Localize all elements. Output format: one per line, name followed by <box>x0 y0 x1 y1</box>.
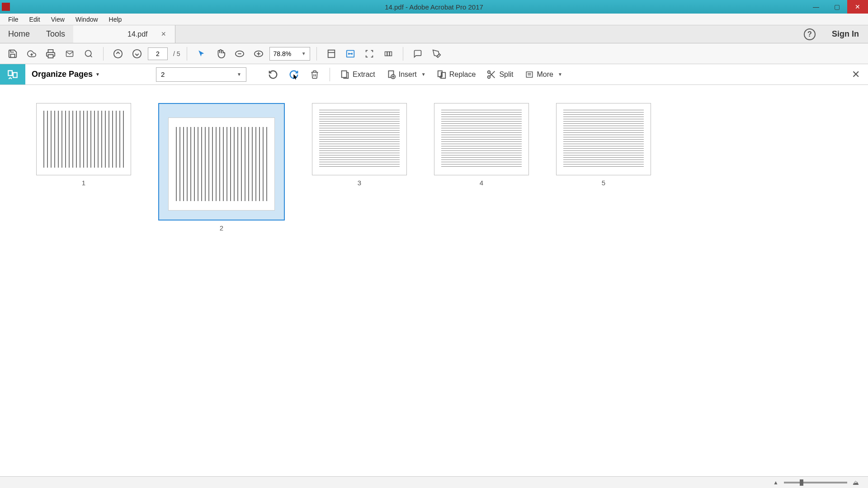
svg-point-24 <box>488 75 491 78</box>
menu-help[interactable]: Help <box>104 14 127 25</box>
chevron-down-icon: ▼ <box>95 72 100 77</box>
thumbnail-area: 12345 <box>0 85 868 250</box>
split-label: Split <box>499 70 513 79</box>
close-panel-icon[interactable]: ✕ <box>852 69 860 80</box>
more-icon <box>524 70 534 80</box>
minimize-button[interactable]: — <box>806 0 826 14</box>
zoom-out-small-icon[interactable]: ▲ <box>773 479 778 486</box>
svg-rect-16 <box>8 70 12 75</box>
document-tab-close-icon[interactable]: × <box>161 29 166 39</box>
status-bar: ▲ ⛰ <box>0 476 868 488</box>
menu-window[interactable]: Window <box>70 14 104 25</box>
tab-home[interactable]: Home <box>0 26 38 42</box>
cloud-icon[interactable] <box>24 46 40 61</box>
split-icon <box>486 70 496 80</box>
thumbnail-number: 4 <box>480 179 483 187</box>
extract-icon <box>340 70 350 80</box>
separator <box>103 47 104 61</box>
rotate-cw-button[interactable] <box>284 66 303 83</box>
maximize-button[interactable]: ▢ <box>826 0 847 14</box>
thumbnail-number: 2 <box>220 224 223 232</box>
page-range-select[interactable]: 2 ▼ <box>156 67 246 82</box>
document-tab[interactable]: 14.pdf × <box>73 25 175 43</box>
hand-tool-icon[interactable] <box>212 46 229 61</box>
thumbnail-number: 5 <box>602 179 605 187</box>
search-icon[interactable] <box>80 46 97 61</box>
page-range-value: 2 <box>161 70 165 78</box>
separator <box>330 68 330 81</box>
save-icon[interactable] <box>5 46 21 61</box>
page-thumbnail[interactable]: 4 <box>434 103 529 187</box>
extract-label: Extract <box>353 70 375 79</box>
fit-page-icon[interactable] <box>323 46 340 61</box>
svg-line-3 <box>90 55 92 57</box>
window-title: 14.pdf - Adobe Acrobat Pro 2017 <box>385 3 483 11</box>
tabbar: Home Tools 14.pdf × ? Sign In <box>0 25 868 43</box>
fit-width-icon[interactable] <box>342 46 359 61</box>
page-thumbnail[interactable]: 1 <box>36 103 131 187</box>
organize-pages-dropdown[interactable]: Organize Pages ▼ <box>27 70 104 79</box>
svg-point-4 <box>114 49 122 57</box>
thumbnail-number: 1 <box>82 179 85 187</box>
fit-visible-icon[interactable] <box>361 46 377 61</box>
comment-icon[interactable] <box>410 46 426 61</box>
page-thumbnail[interactable]: 3 <box>312 103 407 187</box>
chevron-down-icon: ▼ <box>302 51 306 56</box>
slider-handle[interactable] <box>800 479 803 486</box>
print-icon[interactable] <box>42 46 59 61</box>
read-mode-icon[interactable] <box>380 46 396 61</box>
cursor-tool-icon[interactable] <box>193 46 210 61</box>
organize-pages-icon[interactable] <box>0 64 25 84</box>
svg-point-2 <box>85 50 91 56</box>
zoom-in-small-icon[interactable]: ⛰ <box>853 479 859 486</box>
organize-toolbar: Organize Pages ▼ 2 ▼ Extract Insert ▼ Re… <box>0 64 868 85</box>
zoom-out-icon[interactable] <box>231 46 248 61</box>
sign-in-link[interactable]: Sign In <box>823 29 868 39</box>
svg-rect-13 <box>385 52 387 56</box>
svg-rect-14 <box>387 52 389 56</box>
help-icon[interactable]: ? <box>804 28 816 40</box>
svg-rect-0 <box>48 54 53 57</box>
page-number-input[interactable] <box>148 47 168 60</box>
page-total-label: / 5 <box>173 50 180 57</box>
rotate-cw-icon <box>289 70 299 80</box>
svg-rect-17 <box>13 72 17 77</box>
zoom-in-icon[interactable] <box>250 46 267 61</box>
close-button[interactable]: ✕ <box>847 0 868 14</box>
zoom-value: 78.8% <box>274 50 292 57</box>
window-controls: — ▢ ✕ <box>806 0 868 14</box>
menu-file[interactable]: File <box>3 14 24 25</box>
main-toolbar: / 5 78.8% ▼ <box>0 43 868 64</box>
thumbnail-zoom-slider[interactable] <box>784 482 847 483</box>
page-thumbnail[interactable]: 2 <box>158 103 285 232</box>
page-down-icon[interactable] <box>129 46 145 61</box>
menu-view[interactable]: View <box>46 14 70 25</box>
delete-button[interactable] <box>305 66 324 83</box>
chevron-down-icon: ▼ <box>237 72 241 77</box>
chevron-down-icon: ▼ <box>558 72 562 77</box>
replace-icon <box>437 70 447 80</box>
svg-rect-11 <box>328 50 335 57</box>
insert-button[interactable]: Insert ▼ <box>382 66 430 83</box>
replace-button[interactable]: Replace <box>432 66 481 83</box>
separator <box>187 47 187 61</box>
menu-edit[interactable]: Edit <box>24 14 46 25</box>
extract-button[interactable]: Extract <box>335 66 380 83</box>
rotate-ccw-icon <box>268 70 278 80</box>
email-icon[interactable] <box>61 46 78 61</box>
rotate-ccw-button[interactable] <box>264 66 283 83</box>
split-button[interactable]: Split <box>482 66 518 83</box>
separator <box>316 47 317 61</box>
menubar: File Edit View Window Help <box>0 14 868 25</box>
highlight-icon[interactable] <box>429 46 445 61</box>
insert-icon <box>386 70 396 80</box>
zoom-dropdown[interactable]: 78.8% ▼ <box>269 47 310 61</box>
more-label: More <box>537 70 553 79</box>
more-button[interactable]: More ▼ <box>520 66 567 83</box>
page-up-icon[interactable] <box>110 46 126 61</box>
svg-rect-18 <box>342 70 347 77</box>
document-tab-label: 14.pdf <box>127 30 147 38</box>
insert-label: Insert <box>399 70 417 79</box>
page-thumbnail[interactable]: 5 <box>556 103 651 187</box>
tab-tools[interactable]: Tools <box>38 26 73 42</box>
